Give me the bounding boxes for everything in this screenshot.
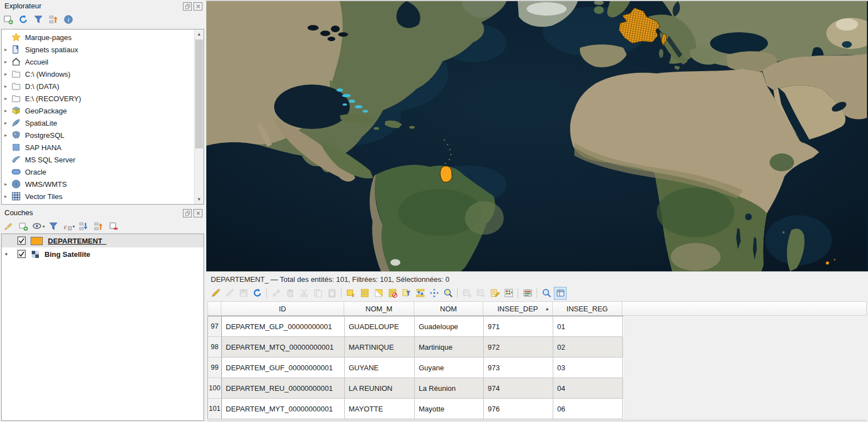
- expand-arrow-icon[interactable]: ▸: [2, 71, 10, 77]
- table-cell[interactable]: Martinique: [415, 337, 484, 358]
- table-corner-header[interactable]: [207, 301, 221, 316]
- table-cell[interactable]: Guyane: [415, 358, 484, 378]
- layers-float-button[interactable]: [183, 209, 192, 217]
- browser-item-d-data[interactable]: ▸D:\ (DATA): [2, 80, 204, 92]
- table-row[interactable]: 99DEPARTEM_GUF_00000000001GUYANEGuyane97…: [208, 358, 623, 378]
- browser-item-signets-spatiaux[interactable]: ▸Signets spatiaux: [2, 43, 204, 56]
- table-cell[interactable]: DEPARTEM_MYT_00000000001: [222, 399, 345, 419]
- browser-item-wms-wmts[interactable]: ▸WMS/WMTS: [2, 178, 204, 190]
- table-cell[interactable]: 971: [484, 316, 553, 337]
- table-cell[interactable]: 973: [484, 358, 553, 378]
- table-cell[interactable]: Mayotte: [415, 399, 484, 419]
- table-row[interactable]: 98DEPARTEM_MTQ_00000000001MARTINIQUEMart…: [208, 337, 623, 358]
- move-selection-top-button[interactable]: [414, 287, 426, 300]
- table-cell[interactable]: LA REUNION: [345, 378, 415, 399]
- map-canvas[interactable]: [206, 0, 868, 272]
- table-cell[interactable]: 06: [553, 399, 623, 419]
- expand-arrow-icon[interactable]: ▸: [2, 120, 10, 126]
- select-all-button[interactable]: [358, 287, 371, 300]
- scroll-down-icon[interactable]: ▼: [195, 195, 204, 204]
- select-by-expression-button[interactable]: ε: [344, 287, 357, 300]
- scrollbar-thumb[interactable]: [195, 39, 203, 148]
- table-row[interactable]: 97DEPARTEM_GLP_00000000001GUADELOUPEGuad…: [208, 316, 623, 337]
- browser-item-sap-hana[interactable]: SAP HANA: [2, 141, 204, 153]
- toggle-editing-button[interactable]: [209, 287, 222, 300]
- layer-visibility-checkbox[interactable]: [17, 236, 26, 245]
- browser-item-geopackage[interactable]: ▸GeoPackage: [2, 105, 204, 117]
- table-row[interactable]: 101DEPARTEM_MYT_00000000001MAYOTTEMayott…: [208, 399, 623, 419]
- table-cell[interactable]: 04: [553, 378, 623, 399]
- table-cell[interactable]: La Réunion: [415, 378, 484, 399]
- table-cell[interactable]: MARTINIQUE: [345, 337, 415, 358]
- layers-close-button[interactable]: [194, 209, 202, 217]
- open-layer-styling-button[interactable]: [2, 220, 15, 233]
- collapse-arrow-icon[interactable]: ▾: [2, 251, 11, 257]
- expand-arrow-icon[interactable]: ▸: [2, 47, 10, 52]
- search-widget-button[interactable]: [540, 287, 553, 300]
- browser-item-spatialite[interactable]: ▸SpatiaLite: [2, 117, 204, 129]
- column-header-nom[interactable]: NOM: [414, 301, 483, 316]
- row-number[interactable]: 101: [208, 399, 222, 419]
- collapse-all-button[interactable]: [47, 13, 60, 26]
- column-header-id[interactable]: ID: [221, 301, 344, 316]
- row-number[interactable]: 97: [208, 316, 222, 337]
- browser-item-postgresql[interactable]: ▸PostgreSQL: [2, 129, 204, 141]
- field-calculator-button[interactable]: [488, 287, 501, 300]
- table-cell[interactable]: GUYANE: [345, 358, 415, 378]
- invert-selection-button[interactable]: [372, 287, 385, 300]
- table-cell[interactable]: 976: [484, 399, 553, 419]
- layer-item-bing-satellite[interactable]: ▾Bing Satellite: [2, 247, 204, 261]
- pan-to-selection-button[interactable]: [428, 287, 440, 300]
- column-header-insee_dep[interactable]: INSEE_DEP▲: [483, 301, 553, 316]
- expand-arrow-icon[interactable]: ▸: [2, 96, 10, 101]
- expand-all-layers-button[interactable]: [77, 220, 90, 233]
- expand-arrow-icon[interactable]: ▸: [2, 181, 10, 187]
- reload-table-button[interactable]: [251, 287, 264, 300]
- zoom-to-selection-button[interactable]: [442, 287, 454, 300]
- table-cell[interactable]: 03: [553, 358, 623, 378]
- table-cell[interactable]: MAYOTTE: [345, 399, 415, 419]
- table-cell[interactable]: GUADELOUPE: [345, 316, 415, 337]
- table-cell[interactable]: DEPARTEM_MTQ_00000000001: [222, 337, 345, 358]
- table-cell[interactable]: DEPARTEM_GUF_00000000001: [222, 358, 345, 378]
- expand-arrow-icon[interactable]: ▸: [2, 132, 10, 138]
- collapse-all-layers-button[interactable]: [92, 220, 105, 233]
- table-cell[interactable]: Guadeloupe: [415, 316, 484, 337]
- browser-item-vector-tiles[interactable]: ▸Vector Tiles: [2, 190, 204, 202]
- deselect-all-button[interactable]: [386, 287, 399, 300]
- add-group-button[interactable]: [17, 220, 30, 233]
- browser-item-e-recovery[interactable]: ▸E:\ (RECOVERY): [2, 92, 204, 105]
- row-number[interactable]: 100: [208, 378, 222, 399]
- table-cell[interactable]: 974: [484, 378, 553, 399]
- expand-arrow-icon[interactable]: ▸: [2, 59, 10, 64]
- remove-layer-button[interactable]: [107, 220, 120, 233]
- refresh-browser-button[interactable]: [17, 13, 30, 26]
- explorer-close-button[interactable]: [194, 2, 202, 11]
- table-cell[interactable]: 01: [553, 316, 623, 337]
- column-header-insee_reg[interactable]: INSEE_REG: [553, 301, 622, 316]
- row-number[interactable]: 99: [208, 358, 222, 378]
- browser-item-marque-pages[interactable]: Marque-pages: [2, 31, 204, 43]
- table-cell[interactable]: DEPARTEM_GLP_00000000001: [222, 316, 345, 337]
- dock-attribute-table-button[interactable]: [554, 287, 567, 300]
- filter-legend-button[interactable]: [47, 220, 60, 233]
- table-cell[interactable]: 02: [553, 337, 623, 358]
- filter-browser-button[interactable]: [32, 13, 45, 26]
- table-row[interactable]: 100DEPARTEM_REU_00000000001LA REUNIONLa …: [208, 378, 623, 399]
- browser-scrollbar[interactable]: ▲ ▼: [194, 29, 204, 204]
- horizontal-scrollbar[interactable]: [207, 420, 867, 422]
- layer-visibility-checkbox[interactable]: [17, 250, 26, 259]
- explorer-float-button[interactable]: [183, 2, 192, 11]
- layer-item-departement[interactable]: DEPARTEMENT_: [2, 234, 204, 247]
- browser-item-c-windows[interactable]: ▸C:\ (Windows): [2, 68, 204, 80]
- select-by-value-button[interactable]: [400, 287, 413, 300]
- table-cell[interactable]: DEPARTEM_REU_00000000001: [222, 378, 345, 399]
- scroll-up-icon[interactable]: ▲: [195, 29, 204, 39]
- expand-arrow-icon[interactable]: ▸: [2, 193, 10, 199]
- manage-map-themes-button[interactable]: ▾: [32, 220, 45, 233]
- expand-arrow-icon[interactable]: ▸: [2, 108, 10, 113]
- row-number[interactable]: 98: [208, 337, 222, 358]
- properties-widget-button[interactable]: i: [62, 13, 75, 26]
- filter-legend-expression-button[interactable]: ε▾: [62, 220, 75, 233]
- table-view-mode-button[interactable]: [521, 287, 534, 300]
